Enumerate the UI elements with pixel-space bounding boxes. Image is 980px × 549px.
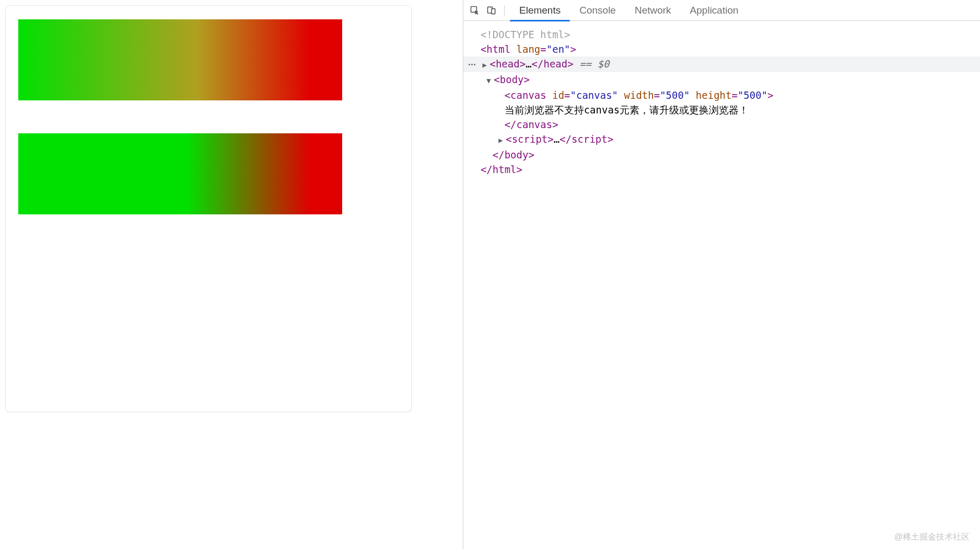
line-actions-icon[interactable] bbox=[469, 64, 475, 65]
tab-console[interactable]: Console bbox=[570, 0, 625, 21]
devtools-panel: Elements Console Network Application <!D… bbox=[463, 0, 980, 549]
page-preview-pane bbox=[0, 0, 463, 549]
dom-doctype[interactable]: <!DOCTYPE html> bbox=[463, 27, 980, 42]
dom-script[interactable]: ▶<script>…</script> bbox=[463, 132, 980, 147]
dom-canvas-text[interactable]: 当前浏览器不支持canvas元素，请升级或更换浏览器！ bbox=[463, 102, 980, 117]
dom-html-close[interactable]: </html> bbox=[463, 162, 980, 177]
svg-rect-2 bbox=[492, 8, 495, 14]
dom-canvas-close[interactable]: </canvas> bbox=[463, 117, 980, 132]
inspect-element-icon[interactable] bbox=[468, 3, 482, 18]
device-toolbar-icon[interactable] bbox=[484, 3, 499, 18]
separator bbox=[504, 5, 505, 16]
dom-tree[interactable]: <!DOCTYPE html> <html lang="en"> ▶<head>… bbox=[463, 21, 980, 183]
watermark: @稀土掘金技术社区 bbox=[894, 532, 970, 543]
dom-canvas-open[interactable]: <canvas id="canvas" width="500" height="… bbox=[463, 88, 980, 102]
tab-elements[interactable]: Elements bbox=[510, 0, 570, 21]
dom-body-open[interactable]: ▼<body> bbox=[463, 72, 980, 88]
gradient-bar-2 bbox=[18, 133, 342, 214]
gradient-bar-1 bbox=[18, 19, 342, 100]
devtools-tabbar: Elements Console Network Application bbox=[463, 0, 980, 21]
dom-head[interactable]: ▶<head>…</head> == $0 bbox=[463, 56, 980, 72]
dom-body-close[interactable]: </body> bbox=[463, 147, 980, 162]
tab-network[interactable]: Network bbox=[625, 0, 681, 21]
canvas-element bbox=[5, 5, 412, 412]
tab-application[interactable]: Application bbox=[681, 0, 748, 21]
dom-html-open[interactable]: <html lang="en"> bbox=[463, 42, 980, 56]
